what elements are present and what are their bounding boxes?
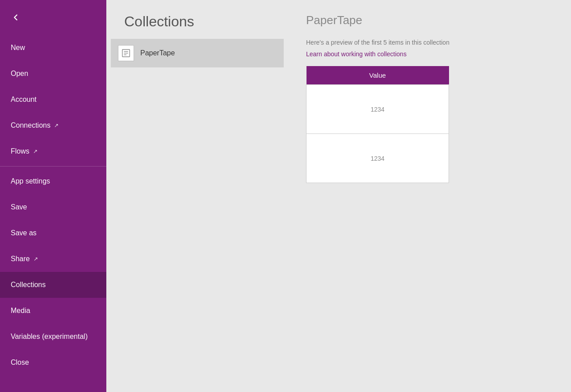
table-row: 1234 [306, 134, 449, 183]
sidebar-item-save-as[interactable]: Save as [0, 220, 106, 246]
nav-divider [0, 166, 106, 167]
page-title-area: Collections [106, 0, 288, 39]
sidebar-item-media[interactable]: Media [0, 298, 106, 324]
external-link-icon: ↗ [33, 148, 38, 154]
preview-panel: PaperTape Here's a preview of the first … [288, 0, 571, 392]
sidebar-item-app-settings[interactable]: App settings [0, 168, 106, 194]
table-header-value: Value [306, 66, 449, 85]
main-content: Collections PaperTape PaperTape Here's [106, 0, 571, 392]
external-link-icon: ↗ [54, 122, 59, 129]
preview-table: Value 1234 1234 [306, 66, 449, 183]
collection-item-name: PaperTape [140, 49, 175, 57]
external-link-icon: ↗ [34, 256, 38, 262]
page-title: Collections [124, 13, 270, 30]
sidebar-item-share[interactable]: Share ↗ [0, 246, 106, 272]
sidebar: New Open Account Connections ↗ Flows ↗ A… [0, 0, 106, 392]
collection-list-item[interactable]: PaperTape [111, 39, 284, 67]
sidebar-item-collections[interactable]: Collections [0, 272, 106, 298]
sidebar-item-variables[interactable]: Variables (experimental) [0, 324, 106, 350]
sidebar-item-flows[interactable]: Flows ↗ [0, 138, 106, 164]
table-cell-2: 1234 [306, 134, 449, 183]
collections-area: Collections PaperTape PaperTape Here's [106, 0, 571, 392]
preview-description: Here's a preview of the first 5 items in… [306, 38, 553, 47]
sidebar-item-connections[interactable]: Connections ↗ [0, 113, 106, 138]
preview-learn-link[interactable]: Learn about working with collections [306, 50, 407, 58]
collection-item-icon [118, 45, 134, 61]
back-button[interactable] [0, 0, 106, 35]
sidebar-item-close[interactable]: Close [0, 350, 106, 375]
table-row: 1234 [306, 85, 449, 134]
sidebar-item-new[interactable]: New [0, 35, 106, 61]
table-cell-1: 1234 [306, 85, 449, 134]
preview-title: PaperTape [306, 13, 553, 27]
sidebar-item-save[interactable]: Save [0, 194, 106, 220]
sidebar-item-account[interactable]: Account [0, 87, 106, 113]
collection-list-panel: Collections PaperTape [106, 0, 288, 392]
sidebar-item-open[interactable]: Open [0, 61, 106, 87]
